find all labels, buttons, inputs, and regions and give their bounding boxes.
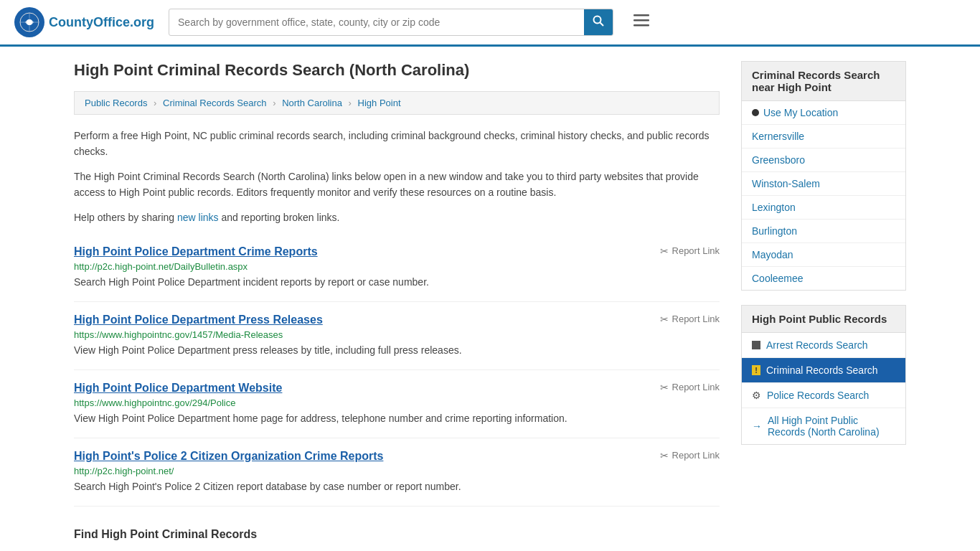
breadcrumb-criminal-records[interactable]: Criminal Records Search — [163, 98, 267, 108]
pub-record-all[interactable]: → All High Point Public Records (North C… — [742, 408, 905, 444]
search-input[interactable] — [169, 11, 584, 34]
logo-text: CountyOffice.org — [49, 15, 154, 30]
result-desc-0: Search High Point Police Department inci… — [74, 275, 720, 290]
search-button[interactable] — [584, 9, 613, 35]
location-dot-icon — [752, 109, 759, 116]
public-records-box: High Point Public Records Arrest Records… — [741, 305, 906, 445]
report-link-3[interactable]: ✂ Report Link — [660, 450, 720, 461]
result-item-1: High Point Police Department Press Relea… — [74, 302, 720, 370]
result-url-0[interactable]: http://p2c.high-point.net/DailyBulletin.… — [74, 261, 720, 272]
result-url-2[interactable]: https://www.highpointnc.gov/294/Police — [74, 397, 720, 408]
result-title-3[interactable]: High Point's Police 2 Citizen Organizati… — [74, 450, 383, 463]
logo[interactable]: CountyOffice.org — [14, 7, 154, 37]
use-location-item[interactable]: Use My Location — [742, 101, 905, 125]
svg-rect-7 — [633, 19, 649, 22]
breadcrumb: Public Records › Criminal Records Search… — [74, 91, 720, 115]
nearby-box: Criminal Records Search near High Point … — [741, 61, 906, 291]
nearby-lexington[interactable]: Lexington — [742, 196, 905, 220]
report-link-2[interactable]: ✂ Report Link — [660, 382, 720, 393]
result-title-0[interactable]: High Point Police Department Crime Repor… — [74, 245, 318, 258]
nearby-kernersville[interactable]: Kernersville — [742, 125, 905, 149]
result-item-3: High Point's Police 2 Citizen Organizati… — [74, 438, 720, 507]
report-icon-0: ✂ — [660, 245, 669, 257]
result-url-3[interactable]: http://p2c.high-point.net/ — [74, 466, 720, 476]
result-desc-2: View High Point Police Department home p… — [74, 411, 720, 426]
nearby-title: Criminal Records Search near High Point — [741, 61, 906, 101]
nearby-greensboro[interactable]: Greensboro — [742, 149, 905, 172]
logo-icon — [14, 7, 44, 37]
gear-icon: ⚙ — [752, 390, 761, 401]
result-url-1[interactable]: https://www.highpointnc.gov/1457/Media-R… — [74, 329, 720, 340]
breadcrumb-high-point[interactable]: High Point — [358, 98, 401, 108]
menu-button[interactable] — [628, 10, 655, 34]
result-item-0: High Point Police Department Crime Repor… — [74, 234, 720, 302]
result-title-1[interactable]: High Point Police Department Press Relea… — [74, 314, 323, 326]
pub-record-criminal[interactable]: ! Criminal Records Search — [742, 358, 905, 383]
report-icon-2: ✂ — [660, 382, 669, 393]
svg-rect-6 — [633, 14, 649, 17]
nearby-mayodan[interactable]: Mayodan — [742, 243, 905, 267]
report-link-1[interactable]: ✂ Report Link — [660, 314, 720, 325]
nearby-burlington[interactable]: Burlington — [742, 220, 905, 243]
use-location-link[interactable]: Use My Location — [763, 107, 838, 118]
result-desc-1: View High Point Police Department press … — [74, 343, 720, 358]
sidebar: Criminal Records Search near High Point … — [741, 61, 906, 541]
results-list: High Point Police Department Crime Repor… — [74, 234, 720, 507]
breadcrumb-sep-3: › — [349, 98, 352, 108]
search-bar — [169, 9, 613, 36]
nearby-list: Use My Location Kernersville Greensboro … — [741, 101, 906, 291]
breadcrumb-public-records[interactable]: Public Records — [85, 98, 147, 108]
svg-rect-8 — [633, 24, 649, 27]
arrest-records-link[interactable]: Arrest Records Search — [766, 339, 868, 351]
report-icon-3: ✂ — [660, 450, 669, 461]
result-title-2[interactable]: High Point Police Department Website — [74, 382, 282, 395]
nearby-winston-salem[interactable]: Winston-Salem — [742, 172, 905, 196]
new-links-link[interactable]: new links — [177, 212, 219, 223]
arrow-icon: → — [752, 420, 762, 432]
report-link-0[interactable]: ✂ Report Link — [660, 245, 720, 257]
nearby-cooleemee[interactable]: Cooleemee — [742, 267, 905, 290]
all-public-records-link[interactable]: All High Point Public Records (North Car… — [768, 415, 895, 438]
find-section-title: Find High Point Criminal Records — [74, 521, 720, 541]
police-records-link[interactable]: Police Records Search — [767, 390, 869, 401]
pub-record-police[interactable]: ⚙ Police Records Search — [742, 383, 905, 408]
pub-record-arrest[interactable]: Arrest Records Search — [742, 333, 905, 358]
svg-point-4 — [594, 17, 601, 24]
public-records-title: High Point Public Records — [741, 305, 906, 333]
result-desc-3: Search High Point's Police 2 Citizen rep… — [74, 479, 720, 494]
excl-icon: ! — [752, 365, 760, 375]
square-icon — [752, 341, 760, 349]
breadcrumb-sep-1: › — [154, 98, 156, 108]
breadcrumb-sep-2: › — [273, 98, 275, 108]
desc-para-3: Help others by sharing new links and rep… — [74, 209, 720, 225]
svg-line-5 — [600, 23, 604, 27]
desc-para-2: The High Point Criminal Records Search (… — [74, 169, 720, 201]
page-title: High Point Criminal Records Search (Nort… — [74, 61, 720, 80]
breadcrumb-north-carolina[interactable]: North Carolina — [282, 98, 342, 108]
criminal-records-link[interactable]: Criminal Records Search — [766, 364, 878, 376]
report-icon-1: ✂ — [660, 314, 669, 325]
desc-para-1: Perform a free High Point, NC public cri… — [74, 128, 720, 160]
public-records-list: Arrest Records Search ! Criminal Records… — [741, 333, 906, 445]
result-item-2: High Point Police Department Website ✂ R… — [74, 370, 720, 438]
